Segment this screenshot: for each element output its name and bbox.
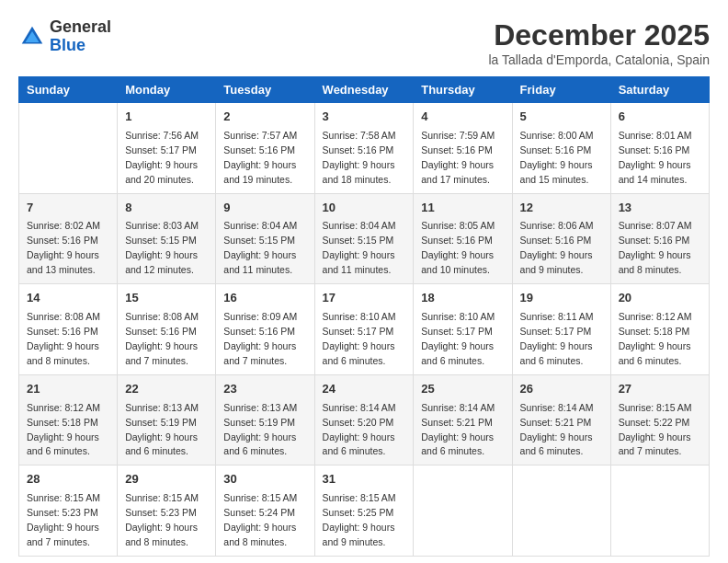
day-info: Sunrise: 8:06 AMSunset: 5:16 PMDaylight:… [520, 220, 594, 275]
day-info: Sunrise: 7:56 AMSunset: 5:17 PMDaylight:… [125, 130, 199, 185]
calendar-day-cell: 3 Sunrise: 7:58 AMSunset: 5:16 PMDayligh… [314, 103, 414, 194]
day-info: Sunrise: 8:14 AMSunset: 5:21 PMDaylight:… [520, 402, 594, 457]
day-info: Sunrise: 8:10 AMSunset: 5:17 PMDaylight:… [323, 311, 396, 366]
calendar-week-row: 21 Sunrise: 8:12 AMSunset: 5:18 PMDaylig… [19, 374, 710, 465]
calendar-day-cell [512, 465, 610, 557]
page-header: General Blue December 2025 la Tallada d'… [18, 18, 710, 67]
day-number: 20 [619, 290, 701, 307]
day-number: 5 [520, 109, 603, 126]
weekday-header: Wednesday [314, 77, 414, 103]
day-number: 9 [223, 200, 306, 217]
calendar-day-cell: 7 Sunrise: 8:02 AMSunset: 5:16 PMDayligh… [19, 193, 118, 284]
location: la Tallada d'Emporda, Catalonia, Spain [488, 52, 710, 67]
day-info: Sunrise: 8:01 AMSunset: 5:16 PMDaylight:… [619, 130, 692, 185]
day-info: Sunrise: 8:15 AMSunset: 5:23 PMDaylight:… [125, 492, 199, 547]
calendar-day-cell: 25 Sunrise: 8:14 AMSunset: 5:21 PMDaylig… [414, 374, 512, 465]
day-number: 17 [323, 290, 406, 307]
day-number: 22 [125, 381, 208, 398]
calendar-day-cell: 14 Sunrise: 8:08 AMSunset: 5:16 PMDaylig… [19, 284, 118, 375]
calendar-day-cell: 12 Sunrise: 8:06 AMSunset: 5:16 PMDaylig… [512, 193, 610, 284]
day-info: Sunrise: 7:57 AMSunset: 5:16 PMDaylight:… [223, 130, 297, 185]
calendar-day-cell: 1 Sunrise: 7:56 AMSunset: 5:17 PMDayligh… [118, 103, 216, 194]
day-info: Sunrise: 8:03 AMSunset: 5:15 PMDaylight:… [125, 220, 199, 275]
calendar-day-cell: 26 Sunrise: 8:14 AMSunset: 5:21 PMDaylig… [512, 374, 610, 465]
day-info: Sunrise: 8:15 AMSunset: 5:24 PMDaylight:… [223, 492, 297, 547]
calendar-day-cell: 17 Sunrise: 8:10 AMSunset: 5:17 PMDaylig… [314, 284, 414, 375]
day-number: 11 [421, 200, 504, 217]
calendar-day-cell [19, 103, 118, 194]
title-block: December 2025 la Tallada d'Emporda, Cata… [488, 18, 710, 67]
day-info: Sunrise: 8:12 AMSunset: 5:18 PMDaylight:… [619, 311, 692, 366]
day-info: Sunrise: 8:04 AMSunset: 5:15 PMDaylight:… [323, 220, 396, 275]
calendar-day-cell: 30 Sunrise: 8:15 AMSunset: 5:24 PMDaylig… [216, 465, 314, 557]
calendar-week-row: 14 Sunrise: 8:08 AMSunset: 5:16 PMDaylig… [19, 284, 710, 375]
calendar-week-row: 7 Sunrise: 8:02 AMSunset: 5:16 PMDayligh… [19, 193, 710, 284]
day-number: 3 [323, 109, 406, 126]
calendar-day-cell: 20 Sunrise: 8:12 AMSunset: 5:18 PMDaylig… [610, 284, 709, 375]
day-number: 10 [323, 200, 406, 217]
logo-icon [18, 23, 46, 51]
calendar: SundayMondayTuesdayWednesdayThursdayFrid… [18, 76, 710, 557]
day-number: 21 [27, 381, 109, 398]
day-info: Sunrise: 8:13 AMSunset: 5:19 PMDaylight:… [125, 402, 199, 457]
day-info: Sunrise: 8:11 AMSunset: 5:17 PMDaylight:… [520, 311, 594, 366]
calendar-day-cell: 5 Sunrise: 8:00 AMSunset: 5:16 PMDayligh… [512, 103, 610, 194]
calendar-day-cell: 11 Sunrise: 8:05 AMSunset: 5:16 PMDaylig… [414, 193, 512, 284]
day-number: 27 [619, 381, 701, 398]
calendar-day-cell: 15 Sunrise: 8:08 AMSunset: 5:16 PMDaylig… [118, 284, 216, 375]
logo-text: General Blue [50, 18, 111, 55]
calendar-day-cell: 31 Sunrise: 8:15 AMSunset: 5:25 PMDaylig… [314, 465, 414, 557]
calendar-day-cell: 9 Sunrise: 8:04 AMSunset: 5:15 PMDayligh… [216, 193, 314, 284]
day-info: Sunrise: 8:15 AMSunset: 5:22 PMDaylight:… [619, 402, 692, 457]
day-info: Sunrise: 8:13 AMSunset: 5:19 PMDaylight:… [223, 402, 297, 457]
day-info: Sunrise: 8:15 AMSunset: 5:25 PMDaylight:… [323, 492, 396, 547]
calendar-day-cell: 4 Sunrise: 7:59 AMSunset: 5:16 PMDayligh… [414, 103, 512, 194]
logo-general: General [50, 17, 111, 36]
month-title: December 2025 [488, 18, 710, 52]
day-number: 4 [421, 109, 504, 126]
calendar-day-cell: 8 Sunrise: 8:03 AMSunset: 5:15 PMDayligh… [118, 193, 216, 284]
weekday-header: Tuesday [216, 77, 314, 103]
day-info: Sunrise: 8:14 AMSunset: 5:21 PMDaylight:… [421, 402, 495, 457]
calendar-day-cell: 28 Sunrise: 8:15 AMSunset: 5:23 PMDaylig… [19, 465, 118, 557]
day-number: 13 [619, 200, 701, 217]
calendar-day-cell [414, 465, 512, 557]
day-number: 24 [323, 381, 406, 398]
calendar-day-cell: 18 Sunrise: 8:10 AMSunset: 5:17 PMDaylig… [414, 284, 512, 375]
day-number: 29 [125, 471, 208, 488]
day-info: Sunrise: 8:10 AMSunset: 5:17 PMDaylight:… [421, 311, 495, 366]
day-number: 30 [223, 471, 306, 488]
day-info: Sunrise: 8:07 AMSunset: 5:16 PMDaylight:… [619, 220, 692, 275]
day-info: Sunrise: 8:08 AMSunset: 5:16 PMDaylight:… [125, 311, 199, 366]
logo: General Blue [18, 18, 111, 55]
day-number: 6 [619, 109, 701, 126]
calendar-day-cell: 6 Sunrise: 8:01 AMSunset: 5:16 PMDayligh… [610, 103, 709, 194]
calendar-day-cell: 24 Sunrise: 8:14 AMSunset: 5:20 PMDaylig… [314, 374, 414, 465]
calendar-day-cell: 29 Sunrise: 8:15 AMSunset: 5:23 PMDaylig… [118, 465, 216, 557]
day-info: Sunrise: 8:09 AMSunset: 5:16 PMDaylight:… [223, 311, 297, 366]
day-number: 25 [421, 381, 504, 398]
calendar-day-cell: 23 Sunrise: 8:13 AMSunset: 5:19 PMDaylig… [216, 374, 314, 465]
day-info: Sunrise: 8:04 AMSunset: 5:15 PMDaylight:… [223, 220, 297, 275]
day-number: 31 [323, 471, 406, 488]
calendar-day-cell: 2 Sunrise: 7:57 AMSunset: 5:16 PMDayligh… [216, 103, 314, 194]
day-info: Sunrise: 8:12 AMSunset: 5:18 PMDaylight:… [27, 402, 100, 457]
logo-blue: Blue [50, 36, 85, 54]
calendar-day-cell: 10 Sunrise: 8:04 AMSunset: 5:15 PMDaylig… [314, 193, 414, 284]
day-info: Sunrise: 8:05 AMSunset: 5:16 PMDaylight:… [421, 220, 495, 275]
day-number: 18 [421, 290, 504, 307]
day-info: Sunrise: 8:14 AMSunset: 5:20 PMDaylight:… [323, 402, 396, 457]
day-number: 19 [520, 290, 603, 307]
calendar-header-row: SundayMondayTuesdayWednesdayThursdayFrid… [19, 77, 710, 103]
calendar-day-cell: 27 Sunrise: 8:15 AMSunset: 5:22 PMDaylig… [610, 374, 709, 465]
day-number: 12 [520, 200, 603, 217]
day-number: 15 [125, 290, 208, 307]
day-info: Sunrise: 7:58 AMSunset: 5:16 PMDaylight:… [323, 130, 396, 185]
calendar-day-cell: 21 Sunrise: 8:12 AMSunset: 5:18 PMDaylig… [19, 374, 118, 465]
day-number: 8 [125, 200, 208, 217]
calendar-week-row: 28 Sunrise: 8:15 AMSunset: 5:23 PMDaylig… [19, 465, 710, 557]
calendar-day-cell [610, 465, 709, 557]
calendar-day-cell: 22 Sunrise: 8:13 AMSunset: 5:19 PMDaylig… [118, 374, 216, 465]
day-info: Sunrise: 8:15 AMSunset: 5:23 PMDaylight:… [27, 492, 100, 547]
weekday-header: Friday [512, 77, 610, 103]
